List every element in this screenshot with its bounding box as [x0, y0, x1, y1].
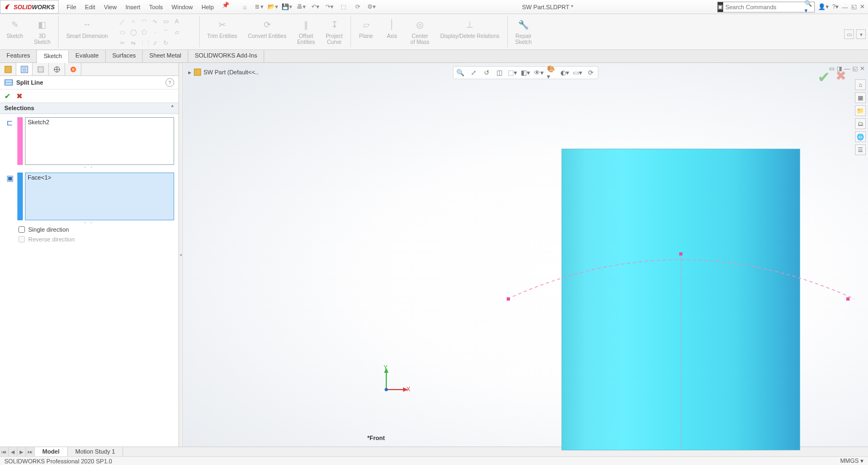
select-icon[interactable]: ⬚ — [337, 1, 350, 14]
view-settings-icon[interactable]: ▭▾ — [573, 68, 583, 78]
cmd-axis[interactable]: │ Axis — [381, 16, 403, 40]
spline-icon[interactable]: ∿ — [150, 18, 160, 28]
cmd-offset-entities[interactable]: ‖ Offset Entities — [294, 16, 318, 46]
menu-help[interactable]: Help — [197, 2, 218, 12]
view-orientation-icon[interactable]: ⬚▾ — [508, 68, 518, 78]
cmd-display-delete-relations[interactable]: ⊥ Display/Delete Relations — [437, 16, 503, 40]
new-icon[interactable]: 🗎▾ — [252, 1, 265, 14]
cmd-plane[interactable]: ▱ Plane — [355, 16, 377, 40]
endpoint-node[interactable] — [846, 297, 850, 301]
listbox-resize-handle[interactable] — [0, 220, 178, 225]
cmd-center-of-mass[interactable]: ◎ Center of Mass — [407, 16, 433, 46]
display-style-icon[interactable]: ◧▾ — [521, 68, 531, 78]
menu-insert[interactable]: Insert — [122, 2, 144, 12]
edit-appearance-icon[interactable]: 🎨▾ — [547, 68, 557, 78]
listbox-resize-handle[interactable] — [0, 165, 178, 169]
graphics-area[interactable]: ▭ ◨ — ◱ ✕ ▸ SW Part (Default<<.. 🔍 ⤢ ↺ ◫… — [183, 63, 868, 447]
menu-view[interactable]: View — [100, 2, 121, 12]
single-direction-checkbox[interactable] — [18, 226, 25, 233]
viewport-max-icon[interactable]: ◱ — [852, 65, 858, 72]
single-direction-row[interactable]: Single direction — [0, 225, 178, 234]
pin-icon[interactable]: 📌 — [219, 2, 233, 12]
ellipse-icon[interactable]: ◯ — [129, 29, 138, 39]
section-view-icon[interactable]: ◫ — [495, 68, 505, 78]
apply-scene-icon[interactable]: ◐▾ — [560, 68, 570, 78]
zoom-fit-icon[interactable]: 🔍 — [456, 68, 465, 78]
property-manager-tab[interactable] — [16, 63, 33, 75]
pattern-icon[interactable]: ⋮⋮ — [139, 40, 149, 49]
selections-section-header[interactable]: Selections ˄ — [0, 103, 178, 114]
taskpane-appearance-icon[interactable]: 🌐 — [855, 131, 866, 142]
tab-surfaces[interactable]: Surfaces — [106, 50, 143, 62]
taskpane-resources-icon[interactable]: ▦ — [855, 92, 866, 103]
circle-icon[interactable]: ○ — [129, 18, 138, 28]
cmd-sketch[interactable]: ✎ Sketch — [3, 16, 27, 40]
cmd-repair-sketch[interactable]: 🔧 Repair Sketch — [512, 16, 535, 46]
midpoint-node[interactable] — [679, 252, 682, 256]
endpoint-node[interactable] — [507, 297, 510, 301]
rebuild-icon[interactable]: ⟳ — [351, 1, 364, 14]
redo-icon[interactable]: ↷▾ — [323, 1, 336, 14]
point-icon[interactable]: · — [150, 29, 160, 39]
taskpane-home-icon[interactable]: ⌂ — [855, 79, 866, 90]
menu-window[interactable]: Window — [168, 2, 196, 12]
tab-evaluate[interactable]: Evaluate — [69, 50, 106, 62]
tab-next-icon[interactable]: ▶ — [17, 447, 26, 456]
sketch-entities-grid[interactable]: ／○◠∿▭A ⬭◯⬠·⌒▱ ✂⇋⋮⋮⫽↻ — [116, 16, 195, 52]
tab-first-icon[interactable]: ⏮ — [0, 447, 9, 456]
search-input[interactable] — [723, 4, 802, 10]
dimxpert-manager-tab[interactable] — [49, 63, 65, 75]
taskpane-library-icon[interactable]: 📁 — [855, 105, 866, 116]
convert-mini-icon[interactable]: ↻ — [161, 40, 171, 49]
confirm-ok-icon[interactable]: ✔ — [818, 68, 830, 86]
taskpane-properties-icon[interactable]: ☰ — [855, 144, 866, 155]
arc-icon[interactable]: ◠ — [139, 18, 149, 28]
view-triad[interactable]: Y X — [378, 365, 411, 398]
trim-mini-icon[interactable]: ✂ — [118, 40, 127, 49]
hide-show-icon[interactable]: 👁▾ — [534, 68, 544, 78]
fillet-icon[interactable]: ⌒ — [161, 29, 171, 39]
close-icon[interactable]: ✕ — [860, 3, 865, 10]
polygon-icon[interactable]: ⬠ — [139, 29, 149, 39]
cmd-convert-entities[interactable]: ⟳ Convert Entities — [245, 16, 290, 40]
flyout-feature-tree[interactable]: ▸ SW Part (Default<<.. — [188, 68, 258, 76]
taskpane-explorer-icon[interactable]: 🗂 — [855, 118, 866, 129]
tab-motion-study-1[interactable]: Motion Study 1 — [68, 447, 123, 456]
confirm-cancel-icon[interactable]: ✖ — [835, 68, 846, 86]
open-icon[interactable]: 📂▾ — [266, 1, 279, 14]
mirror-icon[interactable]: ⇋ — [129, 40, 138, 49]
zoom-area-icon[interactable]: ⤢ — [469, 68, 478, 78]
save-icon[interactable]: 💾▾ — [280, 1, 293, 14]
previous-view-icon[interactable]: ↺ — [482, 68, 492, 78]
minimize-icon[interactable]: — — [842, 4, 848, 10]
pm-ok-button[interactable]: ✔ — [4, 92, 11, 100]
line-icon[interactable]: ／ — [118, 18, 127, 28]
tab-addins[interactable]: SOLIDWORKS Add-Ins — [188, 50, 264, 62]
rebuild-hud-icon[interactable]: ⟳ — [586, 68, 596, 78]
plane-icon[interactable]: ▱ — [172, 29, 182, 39]
offset-mini-icon[interactable]: ⫽ — [150, 40, 160, 49]
panel-splitter[interactable] — [179, 63, 183, 447]
tab-sheet-metal[interactable]: Sheet Metal — [143, 50, 188, 62]
tab-model[interactable]: Model — [35, 447, 68, 456]
menu-tools[interactable]: Tools — [145, 2, 167, 12]
text-icon[interactable]: A — [172, 18, 182, 28]
menu-edit[interactable]: Edit — [81, 2, 99, 12]
configuration-manager-tab[interactable] — [33, 63, 49, 75]
home-icon[interactable]: ⌂ — [238, 1, 251, 14]
sketch-selection-box[interactable]: Sketch2 — [25, 117, 174, 165]
maximize-icon[interactable]: ◱ — [851, 3, 857, 10]
help-icon[interactable]: ?▾ — [832, 3, 839, 10]
pm-help-icon[interactable]: ? — [165, 78, 174, 87]
cmd-trim-entities[interactable]: ✂ Trim Entities — [204, 16, 240, 40]
expand-icon[interactable]: ▸ — [188, 69, 192, 76]
options-icon[interactable]: ⚙▾ — [365, 1, 378, 14]
slot-icon[interactable]: ⬭ — [118, 29, 127, 39]
display-manager-tab[interactable] — [65, 63, 81, 75]
face-selection-box[interactable]: Face<1> — [25, 173, 174, 220]
pm-cancel-button[interactable]: ✖ — [16, 92, 23, 100]
user-icon[interactable]: 👤▾ — [818, 3, 829, 10]
tab-sketch[interactable]: Sketch — [37, 50, 69, 63]
ribbon-expand-icon[interactable]: ▭ — [844, 29, 854, 39]
cmd-smart-dimension[interactable]: ↔ Smart Dimension — [63, 16, 111, 40]
